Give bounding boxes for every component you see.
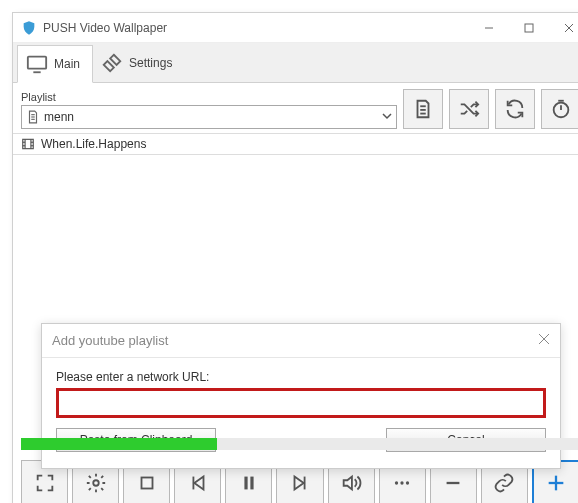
playlist-open-button[interactable] [403,89,443,129]
timer-button[interactable] [541,89,578,129]
playlist-item-label: When.Life.Happens [41,137,146,151]
svg-point-34 [401,481,404,484]
url-input[interactable] [56,388,546,418]
playlist-label: Playlist [21,91,397,103]
playlist-item[interactable]: When.Life.Happens [13,133,578,155]
refresh-button[interactable] [495,89,535,129]
playlist-toolbar: Playlist menn [13,83,578,133]
svg-rect-29 [250,477,253,490]
svg-marker-31 [295,477,304,490]
app-shield-icon [21,20,37,36]
svg-point-33 [395,481,398,484]
chevron-down-icon [382,110,392,124]
svg-point-24 [93,480,99,486]
svg-marker-27 [194,477,203,490]
titlebar: PUSH Video Wallpaper [13,13,578,43]
svg-rect-28 [244,477,247,490]
svg-rect-25 [141,478,152,489]
dialog-title: Add youtube playlist [52,333,538,348]
shuffle-button[interactable] [449,89,489,129]
tab-settings-label: Settings [129,56,172,70]
dialog-close-button[interactable] [538,333,550,348]
window-title: PUSH Video Wallpaper [43,21,469,35]
tools-icon [101,52,123,74]
maximize-button[interactable] [509,13,549,43]
svg-rect-15 [23,139,34,148]
tab-settings[interactable]: Settings [93,44,184,82]
tab-main-label: Main [54,57,80,71]
app-window: PUSH Video Wallpaper Main Settings Playl [12,12,578,503]
svg-point-12 [554,103,569,118]
tab-main[interactable]: Main [17,45,93,83]
playlist-selected: menn [44,110,378,124]
progress-fill [21,438,217,450]
svg-rect-1 [525,24,533,32]
content-area: Add youtube playlist Please enter a netw… [13,155,578,434]
monitor-icon [26,53,48,75]
svg-point-35 [406,481,409,484]
close-button[interactable] [549,13,578,43]
document-icon [26,110,40,124]
minimize-button[interactable] [469,13,509,43]
svg-marker-32 [344,477,352,490]
dialog-prompt: Please enter a network URL: [56,370,546,384]
film-icon [21,137,35,151]
tab-bar: Main Settings [13,43,578,83]
progress-bar[interactable] [21,438,578,450]
playlist-dropdown[interactable]: menn [21,105,397,129]
svg-rect-4 [28,57,46,69]
